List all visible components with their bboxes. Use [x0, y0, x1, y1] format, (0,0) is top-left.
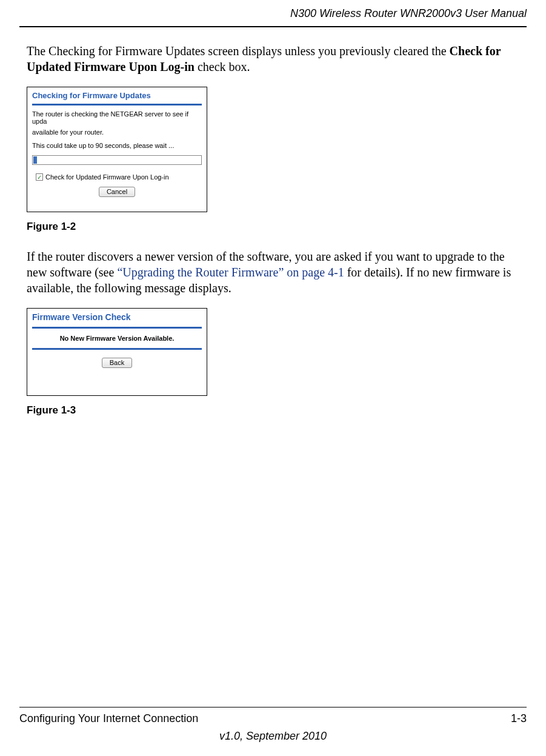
checkbox-row: ✓ Check for Updated Firmware Upon Log-in [32, 173, 202, 181]
upgrade-firmware-link[interactable]: “Upgrading the Router Firmware” on page … [117, 266, 344, 279]
figure-1-2-caption: Figure 1-2 [27, 221, 527, 233]
figure-1-3-screenshot: Firmware Version Check No New Firmware V… [27, 308, 207, 396]
footer-section: Configuring Your Internet Connection [19, 712, 198, 725]
para1-post: check box. [195, 60, 250, 73]
button-row: Cancel [32, 187, 202, 197]
manual-title: N300 Wireless Router WNR2000v3 User Manu… [290, 7, 527, 19]
checkbox-label: Check for Updated Firmware Upon Log-in [45, 173, 169, 181]
progress-bar-fill [33, 156, 37, 164]
page-footer: Configuring Your Internet Connection 1-3… [19, 707, 527, 743]
dialog2-title: Firmware Version Check [27, 309, 207, 322]
check-icon: ✓ [37, 174, 42, 181]
progress-bar-container [32, 155, 202, 165]
page-header: N300 Wireless Router WNR2000v3 User Manu… [19, 0, 527, 27]
dialog2-button-row: Back [27, 355, 207, 368]
dialog2-message: No New Firmware Version Available. [32, 327, 202, 350]
para1-pre: The Checking for Firmware Updates screen… [27, 44, 450, 58]
figure-1-2-screenshot: Checking for Firmware Updates The router… [27, 87, 207, 212]
dialog-text-line3: This could take up to 90 seconds, please… [32, 142, 202, 149]
paragraph-1: The Checking for Firmware Updates screen… [27, 43, 527, 75]
footer-version: v1.0, September 2010 [19, 730, 527, 743]
check-updated-firmware-checkbox[interactable]: ✓ [36, 173, 43, 181]
dialog-title: Checking for Firmware Updates [32, 91, 202, 100]
back-button[interactable]: Back [102, 358, 132, 368]
figure-1-3-caption: Figure 1-3 [27, 404, 527, 416]
paragraph-2: If the router discovers a newer version … [27, 249, 527, 296]
dialog-divider [32, 104, 202, 105]
dialog-text-line1: The router is checking the NETGEAR serve… [32, 110, 202, 125]
footer-top-row: Configuring Your Internet Connection 1-3 [19, 707, 527, 725]
dialog-text-line2: available for your router. [32, 129, 202, 136]
cancel-button[interactable]: Cancel [99, 187, 135, 197]
footer-page-number: 1-3 [511, 712, 527, 725]
figure-1-2-content: Checking for Firmware Updates The router… [27, 87, 207, 201]
